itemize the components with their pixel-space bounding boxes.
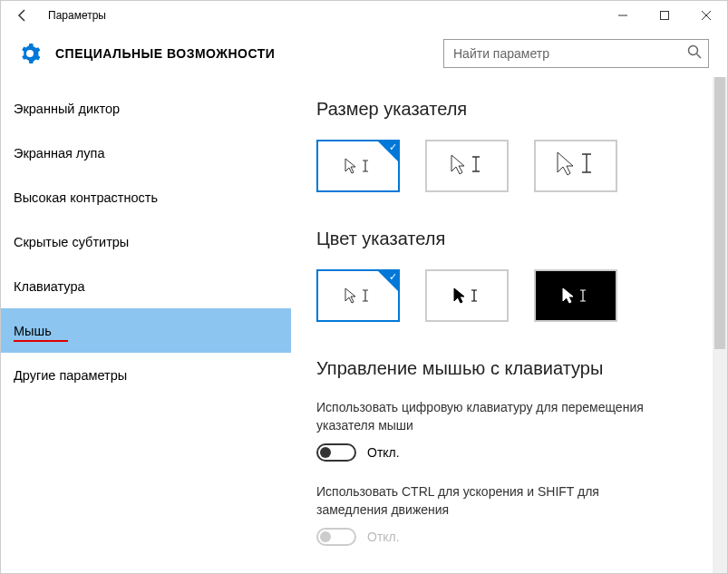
section-title: СПЕЦИАЛЬНЫЕ ВОЗМОЖНОСТИ [55,46,443,61]
svg-point-2 [27,51,33,56]
annotation-underline [14,340,68,342]
pointer-color-black[interactable] [425,269,509,322]
close-button[interactable] [685,1,727,30]
titlebar: Параметры [1,1,727,30]
sidebar-item-high-contrast[interactable]: Высокая контрастность [1,175,291,219]
toggle-ctrl-shift-state: Откл. [367,530,400,544]
pointer-color-heading: Цвет указателя [316,229,727,249]
pointer-size-large[interactable] [534,140,617,192]
sidebar-item-narrator[interactable]: Экранный диктор [1,86,291,131]
pointer-size-medium[interactable] [425,140,509,192]
sidebar-item-label: Клавиатура [14,279,85,294]
keyboard-mouse-heading: Управление мышью с клавиатуры [316,358,727,379]
sidebar-item-label: Высокая контрастность [14,190,158,205]
svg-rect-1 [661,12,669,20]
maximize-button[interactable] [644,1,685,30]
minimize-button[interactable] [602,1,644,30]
toggle-ctrl-shift-label: Использовать CTRL для ускорения и SHIFT … [316,483,661,519]
sidebar-item-label: Экранная лупа [14,146,104,161]
toggle-ctrl-shift [316,528,356,546]
main-content: Размер указателя ✓ Цвет указателя ✓ [291,77,727,573]
pointer-size-options: ✓ [316,140,727,192]
window-title: Параметры [37,9,602,22]
sidebar-item-label: Экранный диктор [14,102,120,116]
scrollbar-thumb[interactable] [714,77,725,349]
pointer-color-white[interactable]: ✓ [316,269,400,322]
sidebar-item-magnifier[interactable]: Экранная лупа [1,131,291,175]
scrollbar[interactable] [713,77,727,573]
sidebar-item-label: Мышь [14,324,52,338]
header: СПЕЦИАЛЬНЫЕ ВОЗМОЖНОСТИ [1,30,727,77]
sidebar-item-mouse[interactable]: Мышь [1,308,291,353]
sidebar-item-closed-captions[interactable]: Скрытые субтитры [1,219,291,264]
gear-icon [19,43,41,64]
toggle-numpad-state: Откл. [367,445,400,460]
back-button[interactable] [8,1,37,30]
toggle-numpad[interactable] [316,443,356,462]
pointer-size-heading: Размер указателя [316,99,727,120]
sidebar: Экранный диктор Экранная лупа Высокая ко… [1,77,291,573]
sidebar-item-keyboard[interactable]: Клавиатура [1,264,291,308]
search-input[interactable] [443,39,709,68]
sidebar-item-label: Скрытые субтитры [14,235,129,249]
toggle-numpad-label: Использовать цифровую клавиатуру для пер… [316,399,661,434]
pointer-color-options: ✓ [316,269,727,322]
pointer-size-small[interactable]: ✓ [316,140,400,192]
sidebar-item-label: Другие параметры [14,368,127,383]
sidebar-item-other[interactable]: Другие параметры [1,353,291,397]
pointer-color-inverted[interactable] [534,269,617,322]
